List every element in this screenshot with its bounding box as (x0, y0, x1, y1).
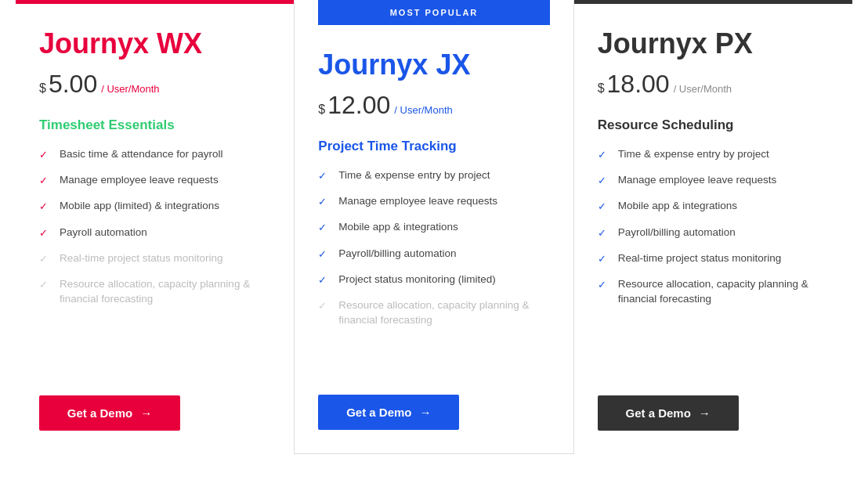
plan-name-jx: Journyx JX (318, 49, 549, 81)
demo-button-arrow: → (140, 406, 152, 420)
feature-text: Resource allocation, capacity planning &… (60, 277, 270, 307)
pricing-container: Journyx WX $ 5.00 / User/Month Timesheet… (0, 0, 868, 498)
check-icon: ✓ (318, 195, 331, 209)
demo-button-label: Get a Demo (67, 406, 132, 420)
feature-item: ✓ Resource allocation, capacity planning… (39, 277, 270, 307)
check-icon: ✓ (598, 278, 610, 292)
feature-text: Payroll/billing automation (618, 226, 736, 240)
plan-price-wx: $ 5.00 / User/Month (39, 70, 270, 99)
check-icon: ✓ (39, 148, 52, 162)
feature-item: ✓ Payroll/billing automation (598, 226, 829, 240)
feature-text: Resource allocation, capacity planning &… (618, 277, 829, 307)
check-icon: ✓ (598, 252, 610, 266)
feature-text: Manage employee leave requests (618, 173, 777, 188)
feature-item: ✓ Manage employee leave requests (318, 194, 549, 209)
check-icon: ✓ (318, 221, 331, 235)
plan-card-px: Journyx PX $ 18.00 / User/Month Resource… (574, 0, 852, 454)
check-icon: ✓ (598, 226, 610, 240)
feature-text: Payroll automation (60, 226, 147, 240)
feature-item: ✓ Time & expense entry by project (598, 147, 829, 162)
feature-text: Mobile app (limited) & integrations (60, 199, 219, 214)
feature-item: ✓ Resource allocation, capacity planning… (598, 277, 829, 307)
demo-button-label: Get a Demo (625, 406, 690, 420)
feature-item: ✓ Payroll automation (39, 226, 270, 240)
top-bar-wx (16, 0, 294, 4)
check-icon: ✓ (318, 273, 331, 287)
check-icon: ✓ (39, 174, 52, 188)
check-icon: ✓ (598, 174, 610, 188)
feature-item: ✓ Time & expense entry by project (318, 168, 549, 183)
feature-text: Mobile app & integrations (338, 220, 458, 235)
check-icon: ✓ (39, 226, 52, 240)
feature-item: ✓ Mobile app (limited) & integrations (39, 199, 270, 214)
feature-text: Payroll/billing automation (338, 247, 456, 262)
check-icon: ✓ (318, 169, 331, 183)
check-icon: ✓ (318, 247, 331, 262)
feature-text: Manage employee leave requests (60, 173, 219, 188)
demo-button-px[interactable]: Get a Demo → (598, 395, 739, 431)
price-symbol: $ (39, 81, 46, 96)
feature-item: ✓ Project status monitoring (limited) (318, 272, 549, 287)
feature-list-wx: ✓ Basic time & attendance for payroll ✓ … (39, 147, 270, 372)
check-icon: ✓ (318, 299, 331, 313)
feature-list-jx: ✓ Time & expense entry by project ✓ Mana… (318, 168, 549, 371)
feature-text: Manage employee leave requests (338, 194, 497, 209)
check-icon: ✓ (39, 200, 52, 214)
feature-item: ✓ Resource allocation, capacity planning… (318, 298, 549, 328)
price-amount: 18.00 (607, 70, 670, 99)
feature-item: ✓ Manage employee leave requests (39, 173, 270, 188)
plan-category-jx: Project Time Tracking (318, 139, 549, 154)
price-symbol: $ (318, 103, 325, 117)
feature-text: Resource allocation, capacity planning &… (338, 298, 549, 328)
most-popular-banner: MOST POPULAR (318, 0, 549, 25)
feature-text: Real-time project status monitoring (60, 251, 223, 266)
feature-text: Real-time project status monitoring (618, 251, 782, 266)
check-icon: ✓ (39, 252, 52, 266)
price-per: / User/Month (101, 83, 159, 95)
price-per: / User/Month (394, 104, 452, 116)
plan-card-jx: MOST POPULARJournyx JX $ 12.00 / User/Mo… (294, 0, 573, 454)
check-icon: ✓ (39, 278, 52, 292)
feature-text: Time & expense entry by project (618, 147, 769, 162)
plan-category-px: Resource Scheduling (598, 117, 829, 133)
feature-item: ✓ Mobile app & integrations (318, 220, 549, 235)
plan-price-px: $ 18.00 / User/Month (598, 70, 829, 99)
check-icon: ✓ (598, 200, 610, 214)
check-icon: ✓ (598, 148, 610, 162)
price-symbol: $ (598, 81, 605, 96)
feature-item: ✓ Real-time project status monitoring (39, 251, 270, 266)
demo-button-label: Get a Demo (346, 406, 411, 419)
feature-text: Project status monitoring (limited) (338, 272, 495, 287)
price-amount: 12.00 (327, 91, 390, 120)
demo-button-wx[interactable]: Get a Demo → (39, 395, 180, 431)
plan-category-wx: Timesheet Essentials (39, 117, 270, 133)
feature-item: ✓ Manage employee leave requests (598, 173, 829, 188)
demo-button-jx[interactable]: Get a Demo → (318, 395, 459, 430)
price-amount: 5.00 (49, 70, 97, 99)
feature-text: Basic time & attendance for payroll (60, 147, 223, 162)
top-bar-px (574, 0, 852, 4)
plan-card-wx: Journyx WX $ 5.00 / User/Month Timesheet… (16, 0, 294, 454)
demo-button-arrow: → (420, 406, 432, 419)
feature-item: ✓ Real-time project status monitoring (598, 251, 829, 266)
price-per: / User/Month (674, 83, 732, 95)
demo-button-arrow: → (699, 406, 711, 420)
plan-price-jx: $ 12.00 / User/Month (318, 91, 549, 120)
feature-list-px: ✓ Time & expense entry by project ✓ Mana… (598, 147, 829, 372)
plan-name-wx: Journyx WX (39, 27, 270, 60)
plan-name-px: Journyx PX (598, 27, 829, 60)
feature-item: ✓ Payroll/billing automation (318, 247, 549, 262)
feature-text: Mobile app & integrations (618, 199, 737, 214)
feature-item: ✓ Basic time & attendance for payroll (39, 147, 270, 162)
feature-text: Time & expense entry by project (338, 168, 490, 183)
feature-item: ✓ Mobile app & integrations (598, 199, 829, 214)
